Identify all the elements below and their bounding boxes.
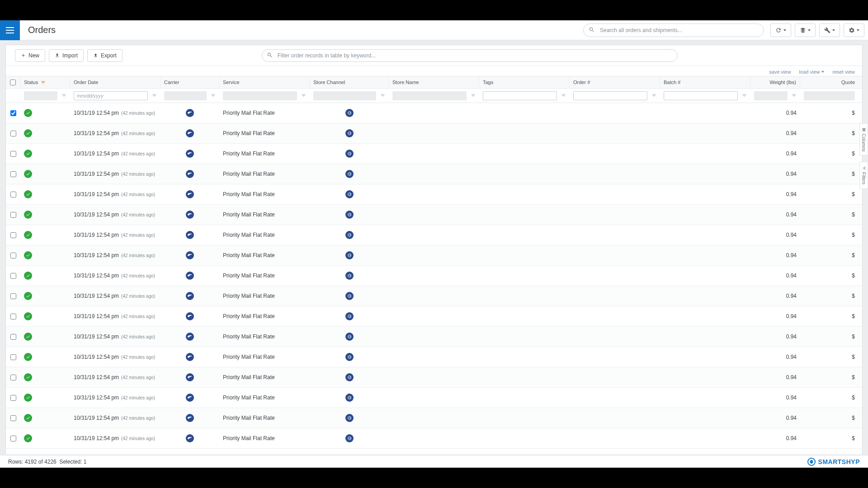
col-carrier[interactable]: Carrier	[160, 76, 219, 88]
row-date: 10/31/19 12:54 pm	[74, 313, 119, 319]
funnel-icon[interactable]	[651, 93, 656, 98]
filter-service[interactable]	[223, 91, 297, 100]
funnel-icon[interactable]	[380, 93, 385, 98]
table-row[interactable]: 10/31/19 12:54 pm(42 minutes ago)Priorit…	[6, 327, 862, 347]
col-store-channel[interactable]: Store Channel	[310, 76, 389, 88]
carrier-usps-icon	[186, 292, 194, 300]
select-all-checkbox[interactable]	[10, 80, 16, 85]
import-button[interactable]: Import	[49, 49, 84, 62]
funnel-icon[interactable]	[211, 93, 216, 98]
row-checkbox[interactable]	[10, 375, 16, 380]
table-row[interactable]: 10/31/19 12:54 pm(42 minutes ago)Priorit…	[6, 245, 862, 266]
table-row[interactable]: 10/31/19 12:54 pm(42 minutes ago)Priorit…	[6, 306, 862, 327]
selected-label: Selected:	[59, 459, 82, 465]
filter-carrier[interactable]	[164, 91, 207, 100]
funnel-icon[interactable]	[742, 93, 747, 98]
row-weight: 0.94	[786, 354, 797, 360]
table-row[interactable]: 10/31/19 12:54 pm(42 minutes ago)Priorit…	[6, 428, 862, 449]
row-checkbox[interactable]	[10, 232, 16, 238]
tools-button[interactable]	[819, 23, 840, 37]
row-quote: $	[852, 333, 855, 340]
col-service[interactable]: Service	[219, 76, 310, 88]
row-checkbox[interactable]	[10, 354, 16, 360]
col-quote[interactable]: Quote	[800, 76, 862, 88]
carrier-usps-icon	[186, 231, 194, 239]
table-row[interactable]: 10/31/19 12:54 pm(42 minutes ago)Priorit…	[6, 225, 862, 245]
filter-channel[interactable]	[313, 91, 376, 100]
filter-quote[interactable]	[804, 91, 855, 100]
funnel-icon[interactable]	[61, 93, 66, 98]
row-checkbox[interactable]	[10, 171, 16, 177]
filter-status[interactable]	[24, 91, 57, 100]
table-row[interactable]: 10/31/19 12:54 pm(42 minutes ago)Priorit…	[6, 205, 862, 225]
settings-button[interactable]	[844, 23, 864, 37]
table-row[interactable]: 10/31/19 12:54 pm(42 minutes ago)Priorit…	[6, 103, 862, 123]
table-row[interactable]: 10/31/19 12:54 pm(42 minutes ago)Priorit…	[6, 184, 862, 205]
table-row[interactable]: 10/31/19 12:54 pm(42 minutes ago)Priorit…	[6, 388, 862, 408]
funnel-icon[interactable]	[792, 93, 797, 98]
col-weight[interactable]: Weight (lbs)	[750, 76, 800, 88]
row-checkbox[interactable]	[10, 253, 16, 258]
layers-button[interactable]	[795, 23, 816, 37]
filter-store[interactable]	[392, 91, 467, 100]
table-row[interactable]: 10/31/19 12:54 pm(42 minutes ago)Priorit…	[6, 123, 862, 144]
funnel-icon[interactable]	[471, 93, 476, 98]
refresh-button[interactable]	[770, 23, 791, 37]
row-date-relative: (42 minutes ago)	[121, 253, 155, 258]
table-row[interactable]: 10/31/19 12:54 pm(42 minutes ago)Priorit…	[6, 164, 862, 184]
row-date: 10/31/19 12:54 pm	[74, 150, 119, 157]
side-tab-columns[interactable]: Columns	[859, 123, 868, 155]
filter-date-input[interactable]	[74, 91, 148, 100]
chevron-down-icon	[832, 29, 835, 31]
table-row[interactable]: 10/31/19 12:54 pm(42 minutes ago)Priorit…	[6, 408, 862, 428]
row-checkbox[interactable]	[10, 273, 16, 279]
table-row[interactable]: 10/31/19 12:54 pm(42 minutes ago)Priorit…	[6, 144, 862, 164]
col-order-date[interactable]: Order Date	[70, 76, 160, 88]
filter-weight[interactable]	[754, 91, 788, 100]
row-checkbox[interactable]	[10, 314, 16, 319]
row-date: 10/31/19 12:54 pm	[74, 110, 119, 116]
row-weight: 0.94	[786, 394, 797, 401]
table-row[interactable]: 10/31/19 12:54 pm(42 minutes ago)Priorit…	[6, 347, 862, 367]
row-service: Priority Mail Flat Rate	[223, 130, 275, 136]
carrier-usps-icon	[186, 129, 194, 137]
row-checkbox[interactable]	[10, 192, 16, 197]
row-date-relative: (42 minutes ago)	[121, 436, 155, 441]
row-checkbox[interactable]	[10, 293, 16, 299]
row-checkbox[interactable]	[10, 212, 16, 218]
new-button[interactable]: New	[15, 49, 45, 62]
filter-batch-input[interactable]	[664, 91, 738, 100]
side-tab-filters[interactable]: Filters	[859, 162, 868, 188]
col-batch-num[interactable]: Batch #	[660, 76, 750, 88]
row-checkbox[interactable]	[10, 334, 16, 340]
filter-order-input[interactable]	[573, 91, 647, 100]
channel-icon	[345, 414, 354, 422]
row-checkbox[interactable]	[10, 110, 16, 116]
filter-tags-input[interactable]	[483, 91, 557, 100]
funnel-icon[interactable]	[561, 93, 566, 98]
row-checkbox[interactable]	[10, 415, 16, 421]
row-checkbox[interactable]	[10, 395, 16, 401]
funnel-icon[interactable]	[152, 93, 157, 98]
funnel-icon[interactable]	[301, 93, 306, 98]
table-filter-input[interactable]	[262, 49, 678, 62]
status-ok-icon	[24, 190, 32, 198]
export-button[interactable]: Export	[87, 49, 123, 62]
row-checkbox[interactable]	[10, 436, 16, 441]
col-order-num[interactable]: Order #	[570, 76, 660, 88]
row-service: Priority Mail Flat Rate	[223, 110, 275, 116]
table-row[interactable]: 10/31/19 12:54 pm(42 minutes ago)Priorit…	[6, 367, 862, 388]
menu-button[interactable]	[0, 20, 20, 40]
table-row[interactable]: 10/31/19 12:54 pm(42 minutes ago)Priorit…	[6, 286, 862, 306]
col-tags[interactable]: Tags	[479, 76, 570, 88]
row-checkbox[interactable]	[10, 151, 16, 157]
col-status[interactable]: Status	[20, 76, 70, 88]
row-checkbox[interactable]	[10, 131, 16, 136]
col-store-name[interactable]: Store Name	[389, 76, 479, 88]
table-row[interactable]: 10/31/19 12:54 pm(42 minutes ago)Priorit…	[6, 266, 862, 286]
save-view-link[interactable]: save view	[769, 68, 791, 76]
row-weight: 0.94	[786, 415, 797, 421]
reset-view-link[interactable]: reset view	[832, 68, 855, 76]
load-view-link[interactable]: load view	[799, 68, 825, 76]
global-search-input[interactable]	[583, 23, 764, 37]
